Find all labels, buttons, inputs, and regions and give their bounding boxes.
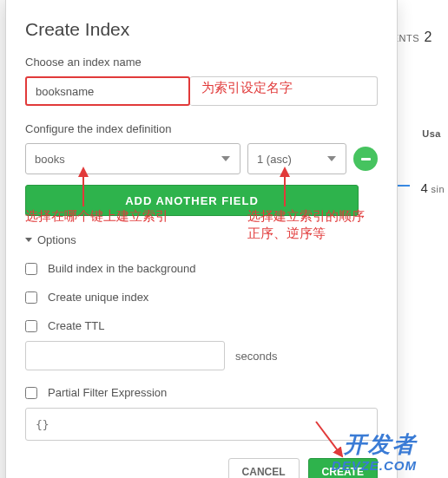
create-button[interactable]: CREATE	[308, 458, 378, 478]
partial-filter-json-input[interactable]	[25, 408, 378, 441]
index-name-input[interactable]	[25, 76, 190, 106]
unique-option-label: Create unique index	[48, 291, 148, 304]
modal-footer: CANCEL CREATE	[25, 458, 378, 478]
ttl-checkbox[interactable]	[25, 320, 37, 332]
background-option-label: Build index in the background	[48, 262, 196, 275]
field-select[interactable]: books	[25, 143, 240, 174]
definition-label: Configure the index definition	[25, 122, 378, 135]
partial-filter-row[interactable]: Partial Filter Expression	[25, 386, 378, 399]
cancel-button[interactable]: CANCEL	[228, 458, 300, 478]
order-select[interactable]: 1 (asc)	[247, 143, 346, 174]
partial-filter-label: Partial Filter Expression	[48, 386, 167, 399]
bg-sin-label: sin	[431, 184, 445, 194]
seconds-label: seconds	[235, 350, 277, 363]
ttl-option-label: Create TTL	[48, 319, 105, 332]
bg-usage-header: Usa	[422, 128, 441, 139]
chevron-down-icon	[25, 238, 32, 242]
ttl-option-row[interactable]: Create TTL	[25, 319, 378, 332]
add-another-field-button[interactable]: ADD ANOTHER FIELD	[25, 185, 359, 216]
partial-filter-checkbox[interactable]	[25, 387, 37, 399]
options-toggle[interactable]: Options	[25, 233, 378, 246]
background-option-row[interactable]: Build index in the background	[25, 262, 378, 275]
background-checkbox[interactable]	[25, 263, 37, 275]
bg-sin-value: 4	[421, 180, 429, 195]
remove-field-button[interactable]	[353, 147, 378, 171]
bg-clients-stat: ENTS 2	[392, 29, 432, 45]
index-name-label: Choose an index name	[25, 56, 378, 69]
index-name-suffix-input[interactable]	[190, 76, 378, 106]
minus-icon	[361, 158, 371, 160]
bg-sin-stat: 4sin	[421, 180, 445, 195]
bg-clients-value: 2	[425, 29, 432, 44]
ttl-seconds-input[interactable]	[25, 341, 225, 370]
bg-series-line	[398, 185, 410, 187]
create-index-modal: Create Index Choose an index name Config…	[5, 0, 398, 478]
modal-title: Create Index	[25, 19, 378, 40]
options-label: Options	[37, 233, 76, 246]
unique-checkbox[interactable]	[25, 291, 37, 304]
unique-option-row[interactable]: Create unique index	[25, 291, 378, 304]
